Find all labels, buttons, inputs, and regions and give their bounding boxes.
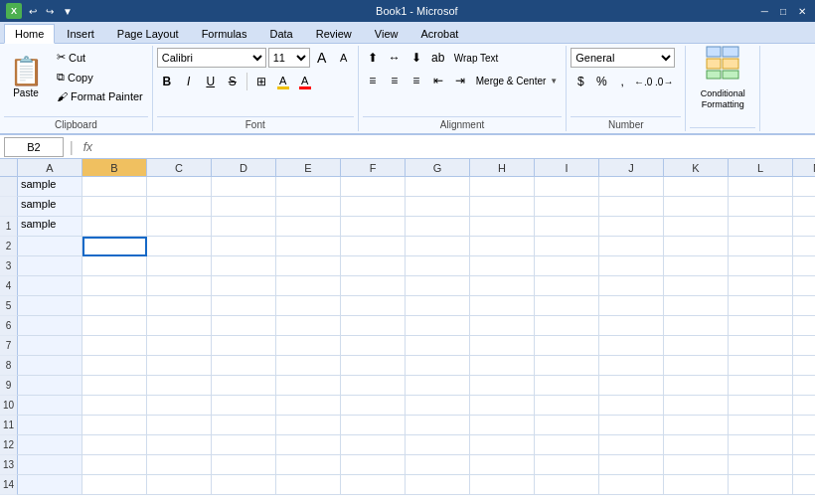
- conditional-formatting-button[interactable]: ConditionalFormatting: [693, 48, 752, 107]
- cell-g-0[interactable]: [406, 177, 470, 197]
- col-header-j[interactable]: J: [599, 159, 664, 176]
- cell-c-1[interactable]: [147, 197, 212, 217]
- tab-acrobat[interactable]: Acrobat: [409, 24, 469, 43]
- cell-k-0[interactable]: [664, 177, 729, 197]
- cell-k-r1[interactable]: [664, 217, 729, 237]
- formula-input[interactable]: [100, 137, 811, 157]
- italic-button[interactable]: I: [179, 72, 199, 91]
- cell-e-r2[interactable]: [276, 237, 341, 256]
- cell-g-r2[interactable]: [406, 237, 470, 256]
- cell-h-r1[interactable]: [470, 217, 535, 237]
- col-header-b[interactable]: B: [82, 159, 147, 176]
- currency-button[interactable]: $: [570, 72, 590, 91]
- cell-a-r3[interactable]: [18, 256, 82, 276]
- merge-center-button[interactable]: Merge & Center ▼: [472, 71, 563, 90]
- percent-button[interactable]: %: [591, 72, 611, 91]
- cell-a-r2[interactable]: [18, 237, 82, 256]
- cell-k-1[interactable]: [664, 197, 729, 217]
- cell-d-1[interactable]: [212, 197, 276, 217]
- cell-i-1[interactable]: [535, 197, 599, 217]
- cell-b-r2-selected[interactable]: [82, 237, 147, 256]
- minimize-button[interactable]: ─: [758, 5, 771, 18]
- cell-d-r2[interactable]: [212, 237, 276, 256]
- increase-font-button[interactable]: A: [312, 48, 332, 68]
- col-header-k[interactable]: K: [664, 159, 729, 176]
- col-header-c[interactable]: C: [147, 159, 212, 176]
- font-family-select[interactable]: Calibri: [157, 48, 266, 68]
- decrease-decimal-button[interactable]: ←.0: [633, 72, 653, 91]
- tab-home[interactable]: Home: [4, 24, 55, 44]
- cell-m-r2[interactable]: [793, 237, 815, 256]
- cell-e-0[interactable]: [276, 177, 341, 197]
- col-header-m[interactable]: M: [793, 159, 815, 176]
- cell-j-1[interactable]: [599, 197, 664, 217]
- tab-review[interactable]: Review: [305, 24, 363, 43]
- align-top-button[interactable]: ⬆: [363, 48, 383, 68]
- col-header-a[interactable]: A: [18, 159, 82, 176]
- cell-i-r2[interactable]: [535, 237, 599, 256]
- tab-data[interactable]: Data: [258, 24, 303, 43]
- col-header-f[interactable]: F: [341, 159, 406, 176]
- underline-button[interactable]: U: [201, 72, 221, 91]
- align-center-button[interactable]: ≡: [385, 71, 405, 90]
- col-header-l[interactable]: L: [729, 159, 793, 176]
- cell-b-r1[interactable]: [82, 217, 147, 237]
- col-header-e[interactable]: E: [276, 159, 341, 176]
- cell-e-r1[interactable]: [276, 217, 341, 237]
- quick-access-dropdown[interactable]: ▼: [60, 5, 76, 18]
- redo-button[interactable]: ↪: [43, 5, 57, 18]
- tab-insert[interactable]: Insert: [56, 24, 105, 43]
- undo-button[interactable]: ↩: [26, 5, 40, 18]
- cell-h-1[interactable]: [470, 197, 535, 217]
- bold-button[interactable]: B: [157, 72, 177, 91]
- copy-button[interactable]: ⧉ Copy: [52, 68, 148, 86]
- font-size-select[interactable]: 11: [268, 48, 310, 68]
- cell-l-0[interactable]: [729, 177, 793, 197]
- increase-decimal-button[interactable]: .0→: [654, 72, 674, 91]
- cell-a-0[interactable]: sample: [18, 177, 82, 197]
- cut-button[interactable]: ✂ Cut: [52, 48, 148, 67]
- cell-i-r1[interactable]: [535, 217, 599, 237]
- cell-f-1[interactable]: [341, 197, 406, 217]
- tab-page-layout[interactable]: Page Layout: [106, 24, 190, 43]
- col-header-h[interactable]: H: [470, 159, 535, 176]
- format-painter-button[interactable]: 🖌 Format Painter: [52, 87, 148, 105]
- number-format-select[interactable]: General: [570, 48, 675, 68]
- align-middle-button[interactable]: ↔: [385, 48, 405, 68]
- strikethrough-button[interactable]: S: [223, 72, 243, 91]
- cell-a-1[interactable]: sample: [18, 197, 82, 217]
- comma-button[interactable]: ,: [612, 72, 632, 91]
- cell-j-r2[interactable]: [599, 237, 664, 256]
- cell-m-1[interactable]: [793, 197, 815, 217]
- cell-g-1[interactable]: [406, 197, 470, 217]
- font-color-button[interactable]: A: [295, 72, 315, 91]
- cell-e-1[interactable]: [276, 197, 341, 217]
- cell-g-r1[interactable]: [406, 217, 470, 237]
- cell-f-r1[interactable]: [341, 217, 406, 237]
- cell-c-r1[interactable]: [147, 217, 212, 237]
- col-header-g[interactable]: G: [406, 159, 470, 176]
- align-bottom-button[interactable]: ⬇: [407, 48, 426, 68]
- orientation-button[interactable]: ab: [428, 48, 448, 68]
- cell-h-0[interactable]: [470, 177, 535, 197]
- cell-l-1[interactable]: [729, 197, 793, 217]
- decrease-indent-button[interactable]: ⇤: [428, 71, 448, 90]
- cell-b-1[interactable]: [82, 197, 147, 217]
- borders-button[interactable]: ⊞: [251, 72, 271, 91]
- cell-f-r2[interactable]: [341, 237, 406, 256]
- wrap-text-button[interactable]: Wrap Text: [450, 48, 503, 68]
- cell-f-0[interactable]: [341, 177, 406, 197]
- maximize-button[interactable]: □: [777, 5, 789, 18]
- paste-button[interactable]: 📋 Paste: [4, 48, 48, 105]
- cell-m-r1[interactable]: [793, 217, 815, 237]
- cell-h-r2[interactable]: [470, 237, 535, 256]
- align-left-button[interactable]: ≡: [363, 71, 383, 90]
- cell-a-r1[interactable]: sample: [18, 217, 82, 237]
- cell-k-r2[interactable]: [664, 237, 729, 256]
- cell-l-r1[interactable]: [729, 217, 793, 237]
- tab-view[interactable]: View: [364, 24, 409, 43]
- cell-b-0[interactable]: [82, 177, 147, 197]
- cell-c-0[interactable]: [147, 177, 212, 197]
- col-header-d[interactable]: D: [212, 159, 276, 176]
- fill-color-button[interactable]: A: [273, 72, 293, 91]
